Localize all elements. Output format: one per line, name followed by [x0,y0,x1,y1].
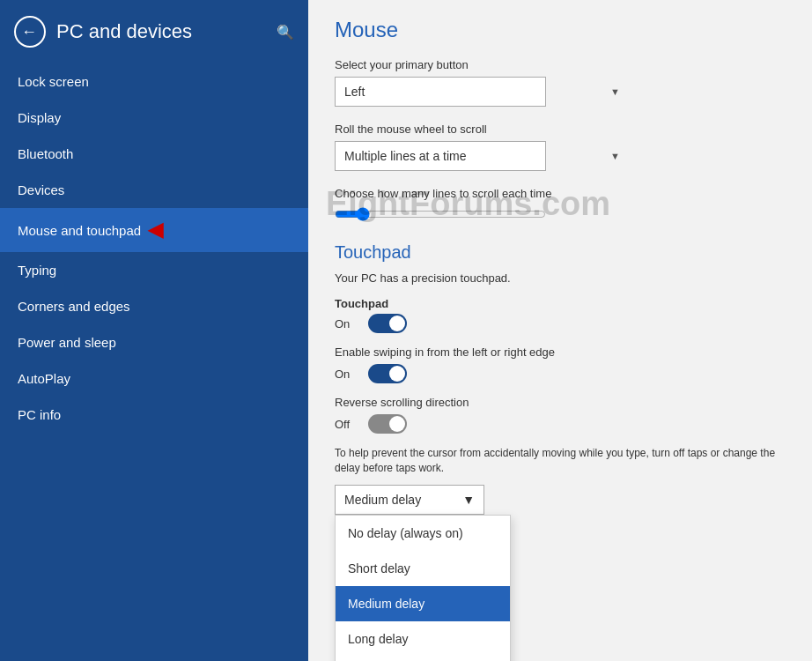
delay-option-label: Short delay [348,561,410,576]
reverse-toggle-knob [389,416,405,432]
delay-option-short-delay[interactable]: Short delay [336,551,510,586]
back-button[interactable]: ← [14,16,46,48]
sidebar-item-label: Mouse and touchpad [18,223,141,238]
touchpad-toggle-state-row: On [335,314,786,333]
lines-slider-container [335,207,546,225]
sidebar-item-power-and-sleep[interactable]: Power and sleep [0,324,308,360]
scroll-label: Roll the mouse wheel to scroll [335,123,786,136]
sidebar-item-label: Display [18,110,61,125]
delay-dropdown-chevron-icon: ▼ [462,493,475,507]
swipe-toggle-row: Enable swiping in from the left or right… [335,345,786,383]
delay-dropdown-list: No delay (always on) Short delay Medium … [335,515,511,661]
dropdown-chevron-icon: ▼ [610,86,620,97]
swipe-label: Enable swiping in from the left or right… [335,345,786,359]
search-icon[interactable]: 🔍 [277,24,294,41]
delay-option-label: Long delay [348,632,409,646]
sidebar-item-label: PC info [18,407,61,422]
lines-slider[interactable] [335,207,546,221]
sidebar-item-label: Devices [18,182,64,197]
delay-dropdown-wrapper: Medium delay ▼ No delay (always on) Shor… [335,485,484,515]
sidebar-item-label: AutoPlay [18,371,70,386]
sidebar-item-lock-screen[interactable]: Lock screen [0,63,308,100]
sidebar-item-label: Corners and edges [18,299,130,314]
sidebar-item-label: Lock screen [18,74,89,89]
primary-button-dropdown[interactable]: Left Right [335,77,546,107]
scroll-dropdown[interactable]: Multiple lines at a time One screen at a… [335,141,546,171]
sidebar-nav: Lock screen Display Bluetooth Devices Mo… [0,63,308,661]
scroll-dropdown-wrapper: Multiple lines at a time One screen at a… [335,141,786,171]
active-indicator-arrow: ◀ [148,219,163,241]
delay-option-turn-off-taps[interactable]: Turn off taps [336,657,510,661]
delay-option-label: No delay (always on) [348,526,463,540]
sidebar-item-devices[interactable]: Devices [0,172,308,208]
swipe-toggle-state-row: On [335,364,786,383]
sidebar-item-pc-info[interactable]: PC info [0,397,308,433]
sidebar-header: ← PC and devices 🔍 [0,0,308,63]
delay-option-medium-delay[interactable]: Medium delay [336,586,510,621]
reverse-toggle-switch[interactable] [368,414,407,434]
touchpad-section: Touchpad Your PC has a precision touchpa… [335,242,786,515]
main-content: Mouse Select your primary button Left Ri… [308,0,812,661]
sidebar: ← PC and devices 🔍 Lock screen Display B… [0,0,308,661]
swipe-toggle-switch[interactable] [368,364,407,383]
primary-button-label: Select your primary button [335,58,786,71]
swipe-toggle-knob [389,366,405,382]
reverse-toggle-state-row: Off [335,414,786,434]
back-arrow-icon: ← [21,24,37,40]
swipe-toggle-state: On [335,368,359,381]
touchpad-section-title: Touchpad [335,242,786,263]
lines-scroll-label: Choose how many lines to scroll each tim… [335,187,786,200]
reverse-toggle-state: Off [335,418,359,431]
sidebar-item-label: Bluetooth [18,146,73,161]
delay-option-long-delay[interactable]: Long delay [336,621,510,657]
touchpad-toggle-knob [389,316,405,331]
delay-option-no-delay[interactable]: No delay (always on) [336,516,510,551]
delay-dropdown-button[interactable]: Medium delay ▼ [335,485,484,515]
touchpad-desc: Your PC has a precision touchpad. [335,271,786,285]
sidebar-item-label: Power and sleep [18,335,116,350]
tap-help-text: To help prevent the cursor from accident… [335,446,786,476]
sidebar-item-mouse-and-touchpad[interactable]: Mouse and touchpad ◀ [0,208,308,252]
primary-button-dropdown-wrapper: Left Right ▼ [335,77,786,107]
sidebar-title: PC and devices [56,20,192,43]
sidebar-item-corners-and-edges[interactable]: Corners and edges [0,288,308,324]
touchpad-toggle-row: Touchpad On [335,297,786,333]
reverse-toggle-row: Reverse scrolling direction Off [335,396,786,434]
reverse-label: Reverse scrolling direction [335,396,786,409]
scroll-dropdown-chevron-icon: ▼ [610,151,620,161]
touchpad-toggle-state: On [335,317,359,330]
delay-dropdown-value: Medium delay [344,493,421,507]
touchpad-toggle-switch[interactable] [368,314,407,333]
sidebar-item-label: Typing [18,263,56,278]
mouse-section-title: Mouse [335,18,786,42]
sidebar-item-bluetooth[interactable]: Bluetooth [0,136,308,172]
sidebar-item-display[interactable]: Display [0,100,308,136]
delay-option-label: Medium delay [348,597,424,611]
sidebar-item-autoplay[interactable]: AutoPlay [0,360,308,397]
touchpad-toggle-name: Touchpad [335,297,786,310]
sidebar-item-typing[interactable]: Typing [0,252,308,288]
